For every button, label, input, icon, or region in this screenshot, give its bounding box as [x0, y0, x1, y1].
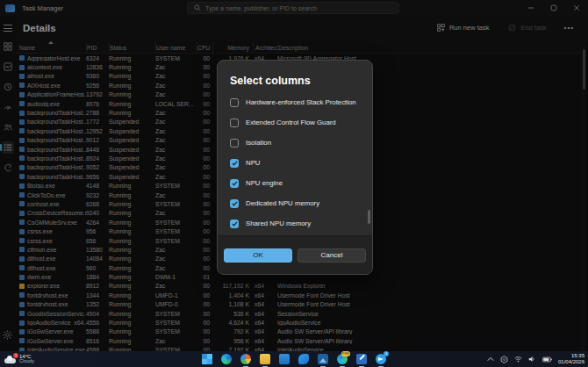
column-option-npu[interactable]: NPU: [230, 153, 372, 173]
notification-badge: 1: [384, 351, 389, 356]
checkbox[interactable]: [230, 179, 239, 188]
column-option-shared-npu-memory[interactable]: Shared NPU memory: [230, 213, 372, 234]
photos-icon[interactable]: [318, 354, 328, 364]
system-tray: 15:35 01/04/2026: [487, 351, 584, 367]
checkbox[interactable]: [230, 98, 239, 107]
file-explorer-icon[interactable]: [260, 354, 270, 364]
weather-condition: Cloudy: [19, 359, 34, 364]
edge-icon[interactable]: [221, 354, 232, 364]
telegram-icon[interactable]: 1: [376, 354, 386, 364]
checkbox[interactable]: [230, 119, 239, 127]
checkbox[interactable]: [230, 159, 239, 168]
microsoft-store-icon[interactable]: [279, 354, 290, 364]
weather-badge: 1: [13, 353, 18, 358]
volume-icon[interactable]: [528, 356, 536, 363]
tray-chevron-up-icon[interactable]: [487, 356, 494, 362]
column-option-isolation[interactable]: Isolation: [230, 133, 372, 153]
dialog-footer: OK Cancel: [218, 235, 372, 274]
checkbox-label: Extended Control Flow Guard: [246, 119, 336, 126]
pen-app-icon[interactable]: [356, 354, 367, 364]
cancel-button[interactable]: Cancel: [298, 248, 366, 263]
column-option-npu-engine[interactable]: NPU engine: [230, 173, 372, 193]
checkbox[interactable]: [230, 219, 239, 228]
dialog-title: Select columns: [230, 75, 372, 87]
checkbox-label: NPU engine: [246, 179, 283, 187]
task-manager-icon[interactable]: [240, 354, 251, 364]
column-option-extended-control-flow-guard[interactable]: Extended Control Flow Guard: [230, 112, 372, 133]
column-option-hardware-enforced-stack-protection[interactable]: Hardware-enforced Stack Protection: [230, 92, 372, 112]
taskbar: 1 14°C Cloudy PRE1 15:35 01/04/2026: [0, 351, 588, 367]
tray-clock[interactable]: 15:35 01/04/2026: [558, 353, 584, 365]
checkbox-label: NPU: [246, 159, 260, 167]
tray-hexagon-icon[interactable]: [500, 356, 508, 363]
start-icon[interactable]: [202, 354, 212, 364]
tray-time: 15:35: [558, 353, 584, 359]
outlook-icon[interactable]: [298, 354, 309, 364]
checkbox-label: Dedicated NPU memory: [246, 199, 319, 207]
checkbox[interactable]: [230, 139, 239, 148]
notification-badge: PRE: [341, 351, 350, 356]
checkbox-label: Isolation: [246, 139, 271, 147]
select-columns-dialog: Select columns Hardware-enforced Stack P…: [217, 60, 373, 275]
ok-button[interactable]: OK: [224, 248, 292, 263]
checkbox-label: Hardware-enforced Stack Protection: [246, 98, 356, 106]
checkbox[interactable]: [230, 199, 239, 208]
battery-icon[interactable]: [542, 356, 552, 363]
wifi-icon[interactable]: [514, 356, 522, 363]
column-option-dedicated-npu-memory[interactable]: Dedicated NPU memory: [230, 193, 372, 213]
cloud-icon: 1: [4, 356, 16, 363]
dialog-scrollbar-thumb[interactable]: [368, 210, 370, 224]
weather-widget[interactable]: 1 14°C Cloudy: [4, 354, 34, 364]
tray-date: 01/04/2026: [558, 359, 584, 365]
edge-dev-icon[interactable]: PRE: [337, 354, 348, 364]
checkbox-label: Shared NPU memory: [246, 219, 311, 227]
screen: Task Manager Type a name, publisher, or …: [0, 0, 588, 367]
